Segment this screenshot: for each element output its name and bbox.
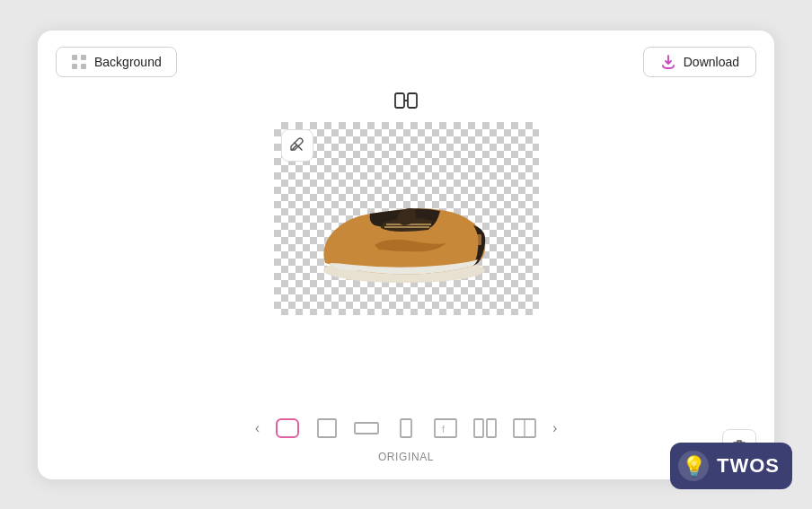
grid-icon (71, 54, 87, 70)
shape-option-facebook[interactable]: f (430, 413, 461, 443)
erase-button[interactable] (281, 129, 313, 162)
compare-icon (392, 86, 420, 115)
background-label: Background (94, 55, 162, 69)
shape-option-split[interactable] (470, 413, 500, 443)
svg-rect-1 (81, 55, 86, 60)
svg-text:f: f (442, 425, 445, 434)
svg-rect-17 (474, 419, 483, 437)
prev-arrow[interactable]: ‹ (252, 418, 263, 438)
download-button[interactable]: Download (643, 47, 756, 77)
svg-rect-5 (408, 93, 417, 108)
svg-rect-15 (435, 419, 456, 437)
svg-rect-13 (355, 423, 378, 434)
shape-option-wide-rect[interactable] (351, 413, 382, 443)
next-arrow[interactable]: › (549, 418, 560, 438)
svg-text:💡: 💡 (682, 454, 707, 478)
shape-option-square[interactable] (312, 413, 342, 443)
image-area (56, 122, 756, 400)
svg-rect-10 (474, 234, 481, 245)
svg-rect-0 (72, 55, 77, 60)
shape-option-rounded-square[interactable] (272, 413, 303, 443)
svg-rect-4 (395, 93, 404, 108)
shape-option-tall-rect[interactable] (391, 413, 421, 443)
compare-icon-area (56, 86, 756, 115)
svg-rect-18 (487, 419, 496, 437)
shape-carousel: ‹ (252, 413, 561, 443)
toolbar: Background Download (56, 47, 756, 77)
svg-rect-11 (277, 419, 298, 437)
image-container (274, 122, 539, 315)
background-button[interactable]: Background (56, 47, 177, 77)
original-label: ORIGINAL (378, 451, 434, 463)
svg-rect-3 (81, 64, 86, 69)
twos-brand-text: TWOS (717, 454, 780, 478)
shoe-svg (298, 146, 514, 290)
bottom-section: ‹ (56, 413, 756, 463)
main-card: Background Download (38, 31, 774, 479)
download-icon (660, 54, 676, 70)
shape-option-custom[interactable] (509, 413, 540, 443)
shoe-image (274, 122, 539, 315)
erase-icon (289, 137, 305, 154)
twos-badge: 💡 TWOS (670, 443, 792, 489)
svg-rect-12 (318, 419, 336, 437)
download-label: Download (684, 55, 739, 69)
svg-rect-14 (401, 419, 411, 437)
svg-rect-2 (72, 64, 77, 69)
twos-logo-icon: 💡 (677, 450, 710, 482)
